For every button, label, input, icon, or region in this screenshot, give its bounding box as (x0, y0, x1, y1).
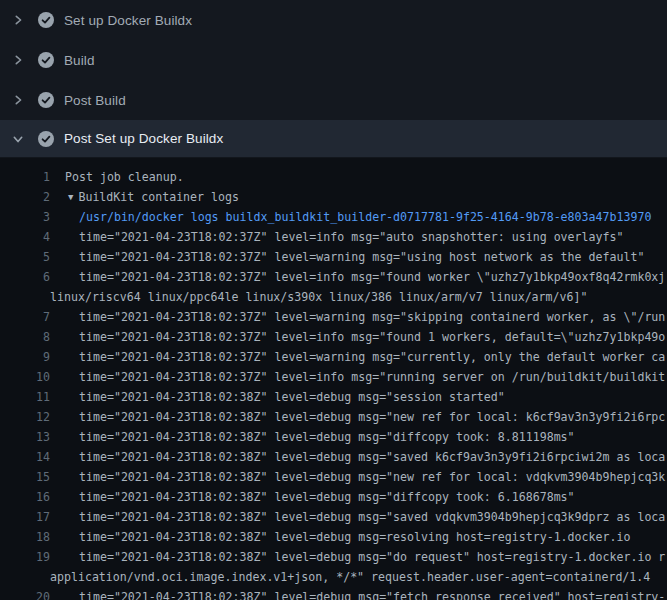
log-line: 4 ▼time="2021-04-23T18:02:37Z" level=inf… (0, 227, 667, 247)
check-circle-icon (38, 92, 54, 108)
log-line-number[interactable]: 6 (0, 267, 50, 287)
step-row[interactable]: Post Build (0, 80, 667, 120)
log-line-text: time="2021-04-23T18:02:38Z" level=debug … (79, 430, 575, 444)
log-line: 10 ▼time="2021-04-23T18:02:37Z" level=in… (0, 367, 667, 387)
steps-list: Set up Docker Buildx Build (0, 0, 667, 158)
chevron-down-icon (12, 133, 24, 145)
log-line-number[interactable]: 17 (0, 507, 50, 527)
log-line-number[interactable]: 5 (0, 247, 50, 267)
log-line-number[interactable]: 16 (0, 487, 50, 507)
chevron-right-icon (12, 14, 24, 26)
log-line-number[interactable]: 10 (0, 367, 50, 387)
log-line-number (0, 287, 50, 307)
log-line-text: time="2021-04-23T18:02:38Z" level=debug … (79, 470, 665, 484)
step-row[interactable]: Build (0, 40, 667, 80)
log-line-text: time="2021-04-23T18:02:38Z" level=debug … (79, 390, 505, 404)
chevron-right-icon (12, 54, 24, 66)
log-line-text: linux/riscv64 linux/ppc64le linux/s390x … (50, 290, 587, 304)
log-line: 13 ▼time="2021-04-23T18:02:38Z" level=de… (0, 427, 667, 447)
log-line: 16 ▼time="2021-04-23T18:02:38Z" level=de… (0, 487, 667, 507)
log-line-text: time="2021-04-23T18:02:37Z" level=info m… (79, 330, 665, 344)
log-line: 6 ▼time="2021-04-23T18:02:37Z" level=inf… (0, 267, 667, 287)
group-collapse-icon[interactable]: ▼ (68, 192, 73, 202)
chevron-right-icon (12, 94, 24, 106)
log-line-text: time="2021-04-23T18:02:37Z" level=warnin… (79, 250, 644, 264)
log-line-text: time="2021-04-23T18:02:38Z" level=debug … (79, 510, 665, 524)
log-line-text: Post job cleanup. (65, 170, 184, 184)
log-line: 7 ▼time="2021-04-23T18:02:37Z" level=war… (0, 307, 667, 327)
log-line: 8 ▼time="2021-04-23T18:02:37Z" level=inf… (0, 327, 667, 347)
log-line: ▼application/vnd.oci.image.index.v1+json… (0, 567, 667, 587)
log-line-text[interactable]: BuildKit container logs (78, 190, 239, 204)
step-row[interactable]: Post Set up Docker Buildx (0, 120, 667, 158)
log-line-text: time="2021-04-23T18:02:37Z" level=warnin… (79, 350, 665, 364)
log-line-number[interactable]: 8 (0, 327, 50, 347)
log-line-number[interactable]: 14 (0, 447, 50, 467)
log-line-text: time="2021-04-23T18:02:38Z" level=debug … (79, 550, 665, 564)
log-line-number[interactable]: 11 (0, 387, 50, 407)
log-line-text: time="2021-04-23T18:02:38Z" level=debug … (79, 490, 575, 504)
log-line-number[interactable]: 12 (0, 407, 50, 427)
check-circle-icon (38, 131, 54, 147)
log-line: ▼linux/riscv64 linux/ppc64le linux/s390x… (0, 287, 667, 307)
log-line: 18 ▼time="2021-04-23T18:02:38Z" level=de… (0, 527, 667, 547)
log-line: 19 ▼time="2021-04-23T18:02:38Z" level=de… (0, 547, 667, 567)
log-area: 1 ▼Post job cleanup. 2 ▼BuildKit contain… (0, 158, 667, 600)
step-label: Set up Docker Buildx (64, 13, 192, 28)
log-line: 5 ▼time="2021-04-23T18:02:37Z" level=war… (0, 247, 667, 267)
log-line-text: time="2021-04-23T18:02:37Z" level=info m… (79, 230, 623, 244)
log-line-text: time="2021-04-23T18:02:38Z" level=debug … (79, 450, 665, 464)
log-line-text: time="2021-04-23T18:02:37Z" level=info m… (79, 370, 665, 384)
log-line: 2 ▼BuildKit container logs (0, 187, 667, 207)
log-line: 12 ▼time="2021-04-23T18:02:38Z" level=de… (0, 407, 667, 427)
log-line-text: time="2021-04-23T18:02:38Z" level=debug … (79, 410, 665, 424)
log-line-number[interactable]: 15 (0, 467, 50, 487)
log-line-text: /usr/bin/docker logs buildx_buildkit_bui… (79, 210, 651, 224)
step-label: Build (64, 53, 95, 68)
log-line-number[interactable]: 13 (0, 427, 50, 447)
log-line: 9 ▼time="2021-04-23T18:02:37Z" level=war… (0, 347, 667, 367)
check-circle-icon (38, 52, 54, 68)
log-line: 14 ▼time="2021-04-23T18:02:38Z" level=de… (0, 447, 667, 467)
log-line-text: time="2021-04-23T18:02:37Z" level=warnin… (79, 310, 665, 324)
log-line: 11 ▼time="2021-04-23T18:02:38Z" level=de… (0, 387, 667, 407)
log-line-text: application/vnd.oci.image.index.v1+json,… (50, 570, 650, 584)
log-line-number[interactable]: 1 (0, 167, 50, 187)
step-label: Post Set up Docker Buildx (64, 131, 223, 146)
step-label: Post Build (64, 93, 126, 108)
check-circle-icon (38, 12, 54, 28)
log-line-number[interactable]: 18 (0, 527, 50, 547)
log-line-text: time="2021-04-23T18:02:38Z" level=debug … (79, 530, 630, 544)
log-line-number[interactable]: 19 (0, 547, 50, 567)
log-line: 15 ▼time="2021-04-23T18:02:38Z" level=de… (0, 467, 667, 487)
log-line-number[interactable]: 2 (0, 187, 50, 207)
log-line-text: time="2021-04-23T18:02:37Z" level=info m… (79, 270, 665, 284)
log-line: 3 ▼/usr/bin/docker logs buildx_buildkit_… (0, 207, 667, 227)
log-line-number (0, 567, 50, 587)
log-line: 20 ▼time="2021-04-23T18:02:38Z" level=de… (0, 587, 667, 600)
log-line-number[interactable]: 20 (0, 587, 50, 600)
log-line-number[interactable]: 9 (0, 347, 50, 367)
log-line: 1 ▼Post job cleanup. (0, 167, 667, 187)
log-line-number[interactable]: 3 (0, 207, 50, 227)
step-row[interactable]: Set up Docker Buildx (0, 0, 667, 40)
log-line: 17 ▼time="2021-04-23T18:02:38Z" level=de… (0, 507, 667, 527)
log-line-number[interactable]: 4 (0, 227, 50, 247)
log-line-number[interactable]: 7 (0, 307, 50, 327)
log-line-text: time="2021-04-23T18:02:38Z" level=debug … (79, 590, 665, 600)
